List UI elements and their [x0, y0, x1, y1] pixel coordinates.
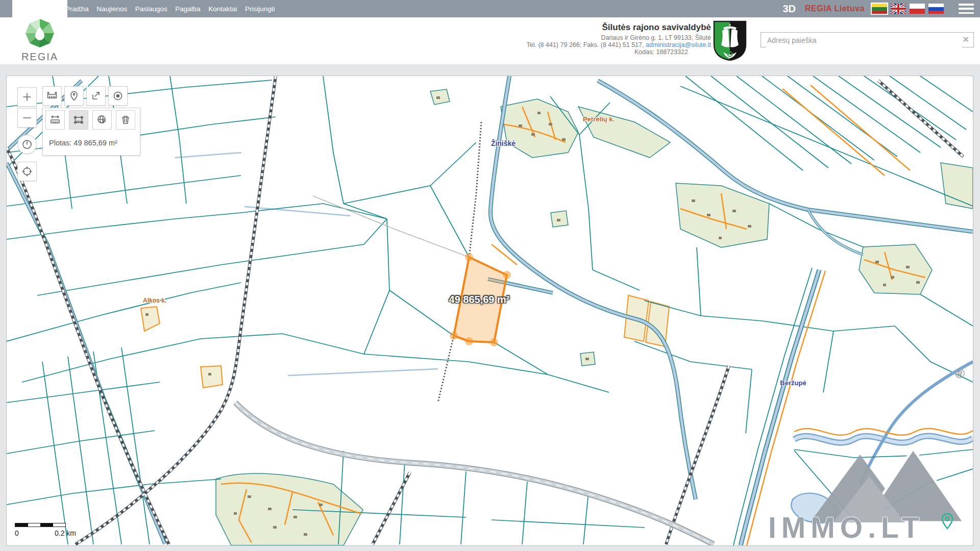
map-label-alkos: Alkos k. — [143, 297, 166, 304]
municipality-title: Šilutės rajono savivaldybė — [405, 22, 711, 33]
scale-zero-label: 0 — [15, 529, 19, 537]
language-flag-polish[interactable] — [910, 4, 925, 14]
trash-icon — [120, 115, 131, 125]
record-point-button[interactable] — [108, 86, 128, 106]
map-canvas[interactable] — [7, 76, 973, 545]
municipality-contacts: Tel. (8 441) 79 266; Faks. (8 441) 51 51… — [405, 41, 711, 48]
export-share-button[interactable] — [86, 86, 106, 106]
map-label-berzupe: Beržupė — [780, 379, 806, 387]
scale-bar-graphic — [15, 523, 66, 527]
measure-on-map-button[interactable] — [92, 110, 112, 130]
nav-pradzia[interactable]: Pradžia — [65, 1, 89, 18]
municipality-code: Kodas: 188723322 — [405, 48, 711, 56]
history-clock-button[interactable] — [17, 135, 37, 154]
parcel-area-label: 49 865,69 m² — [449, 294, 510, 306]
municipality-phone: Tel. (8 441) 79 266; Faks. (8 441) 51 51… — [527, 41, 646, 48]
nav-pagalba[interactable]: Pagalba — [175, 1, 201, 18]
municipality-address: Dariaus ir Girėno g. 1, LT 99133, Šilutė — [405, 34, 711, 41]
map-viewport[interactable]: Petrelių k. Žiniškė Alkos k. Beržupė 49 … — [6, 76, 973, 546]
distance-ruler-icon — [50, 115, 60, 125]
measure-area-button[interactable] — [69, 110, 88, 130]
measure-tool-button[interactable] — [42, 86, 62, 106]
topbar-right-group: 3D REGIA Lietuva — [782, 0, 974, 17]
scale-distance-label: 0.2 km — [55, 529, 76, 537]
share-arrow-icon — [91, 91, 101, 101]
search-clear-icon[interactable]: ✕ — [963, 35, 969, 44]
regia-logo[interactable]: REGIA — [12, 0, 67, 62]
regia-logo-text: REGIA — [12, 51, 67, 63]
ruler-icon — [47, 91, 57, 101]
map-pin-icon — [69, 91, 79, 101]
zoom-out-button[interactable] — [17, 108, 37, 128]
brand-regia-lietuva-link[interactable]: REGIA Lietuva — [805, 4, 865, 13]
search-input[interactable] — [766, 33, 962, 47]
scale-bar: 0 0.2 km — [15, 523, 76, 537]
municipality-info: Šilutės rajono savivaldybė Dariaus ir Gi… — [405, 22, 711, 56]
nav-naujienos[interactable]: Naujienos — [96, 1, 127, 18]
coat-of-arms — [713, 20, 747, 63]
nav-paslaugos[interactable]: Paslaugos — [135, 1, 167, 18]
map-label-ziniske: Žiniškė — [491, 139, 516, 147]
marker-tool-button[interactable] — [64, 86, 84, 106]
measured-area-text: Plotas: 49 865,69 m² — [49, 139, 117, 147]
regia-logo-icon — [25, 18, 55, 48]
map-label-petreliu: Petrelių k. — [583, 115, 615, 123]
view-3d-button[interactable]: 3D — [782, 3, 796, 15]
menu-hamburger-icon[interactable] — [959, 4, 974, 14]
language-flag-russian[interactable] — [928, 4, 944, 14]
top-navigation-bar: Pradžia Naujienos Paslaugos Pagalba Kont… — [0, 0, 980, 17]
nav-prisijungti[interactable]: Prisijungti — [245, 1, 275, 18]
language-flag-english[interactable] — [891, 4, 906, 14]
zoom-in-button[interactable] — [17, 87, 37, 107]
municipality-email-link[interactable]: administracija@silute.lt — [646, 41, 711, 48]
circle-dot-icon — [113, 91, 123, 101]
measurement-panel: Plotas: 49 865,69 m² — [42, 108, 140, 156]
main-menu: Pradžia Naujienos Paslaugos Pagalba Kont… — [65, 0, 281, 17]
locate-crosshair-button[interactable] — [17, 162, 37, 181]
delete-measurement-button[interactable] — [116, 110, 135, 130]
globe-cursor-icon — [97, 115, 107, 125]
measure-distance-button[interactable] — [45, 110, 65, 130]
language-flag-lithuanian[interactable] — [872, 4, 887, 14]
address-search: ✕ — [761, 32, 974, 47]
area-ruler-icon — [74, 115, 84, 125]
nav-kontaktai[interactable]: Kontaktai — [208, 1, 237, 18]
